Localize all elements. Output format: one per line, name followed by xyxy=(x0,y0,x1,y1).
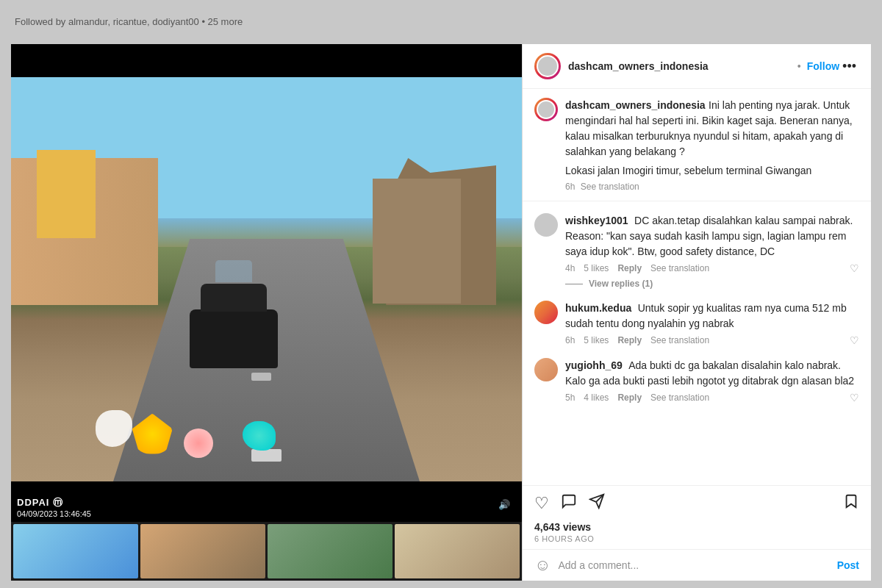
comment-username[interactable]: wishkey1001 xyxy=(565,215,628,226)
comment-avatar-hukum-kedua xyxy=(534,301,558,324)
thumbnail-1[interactable] xyxy=(13,524,138,578)
actions-bar: ♡ xyxy=(523,485,871,521)
view-replies-text: View replies (1) xyxy=(589,279,653,289)
car-windshield xyxy=(215,260,252,282)
post-author-avatar xyxy=(534,53,561,79)
comment-text-block: hukum.kedua Untuk sopir yg kualitas ram … xyxy=(565,301,859,331)
views-count: 4,643 views xyxy=(523,521,871,533)
post-author-username[interactable]: dashcam_owners_indonesia xyxy=(568,60,795,72)
comment-likes: 5 likes xyxy=(584,263,609,273)
see-translation-button[interactable]: See translation xyxy=(650,335,709,345)
like-button[interactable]: ♡ xyxy=(534,494,549,513)
followed-by-text: Followed by almandur, ricantue, dodiyant… xyxy=(15,16,243,27)
road-marking-2 xyxy=(251,373,272,381)
volume-icon[interactable]: 🔊 xyxy=(494,494,514,514)
storefront-sign xyxy=(37,150,96,238)
reply-button[interactable]: Reply xyxy=(617,263,642,273)
like-icon[interactable]: ♡ xyxy=(850,334,859,346)
comment-body-hukum-kedua: hukum.kedua Untuk sopir yg kualitas ram … xyxy=(565,301,859,346)
video-wrapper: DDPAI ⓜ 04/09/2023 13:46:45 🔊 xyxy=(11,44,522,522)
comments-panel: dashcam_owners_indonesia • Follow ••• da… xyxy=(522,44,871,581)
avatar-inner xyxy=(537,55,559,77)
comment-likes: 5 likes xyxy=(584,335,609,345)
see-translation-button[interactable]: See translation xyxy=(650,392,709,403)
road-marking xyxy=(251,449,282,462)
comment-time: 4h xyxy=(565,263,575,273)
dashcam-date: 04/09/2023 13:46:45 xyxy=(17,509,91,518)
post-comment-button[interactable]: Post xyxy=(837,559,859,571)
comments-list: wishkey1001 DC akan.tetap disalahkan kal… xyxy=(523,201,871,485)
reply-button[interactable]: Reply xyxy=(617,392,642,403)
post-time: 6 HOURS AGO xyxy=(523,533,871,549)
comment-time: 6h xyxy=(565,335,575,345)
main-container: DDPAI ⓜ 04/09/2023 13:46:45 🔊 dashcam_ow… xyxy=(11,44,871,581)
comment-item: wishkey1001 DC akan.tetap disalahkan kal… xyxy=(523,207,871,295)
caption-time: 6h See translation xyxy=(565,182,859,192)
like-icon[interactable]: ♡ xyxy=(850,392,859,404)
comment-body-wishkey1001: wishkey1001 DC akan.tetap disalahkan kal… xyxy=(565,213,859,289)
thumbnail-4[interactable] xyxy=(395,524,520,578)
comment-username[interactable]: yugiohh_69 xyxy=(565,359,623,371)
comment-button[interactable] xyxy=(561,493,577,514)
comment-meta: 6h 5 likes Reply See translation ♡ xyxy=(565,334,859,346)
dot-separator: • xyxy=(797,60,801,72)
building-right-2 xyxy=(373,179,461,304)
caption-location: Lokasi jalan Imogiri timur, sebelum term… xyxy=(565,165,811,176)
replies-line xyxy=(565,284,583,284)
comment-time: 5h xyxy=(565,392,575,403)
car-roof xyxy=(201,284,267,312)
share-button[interactable] xyxy=(589,493,605,514)
reply-button[interactable]: Reply xyxy=(617,335,642,345)
page-top-bar: Followed by almandur, ricantue, dodiyant… xyxy=(0,0,882,43)
view-replies-button[interactable]: View replies (1) xyxy=(565,279,859,289)
comment-input-area: ☺ Post xyxy=(523,549,871,581)
comment-body-yugiohh69: yugiohh_69 Ada bukti dc ga bakalan disal… xyxy=(565,358,859,404)
dashcam-watermark: DDPAI ⓜ 04/09/2023 13:46:45 xyxy=(17,496,91,518)
comment-item: hukum.kedua Untuk sopir yg kualitas ram … xyxy=(523,295,871,352)
avatar-icon xyxy=(538,57,557,76)
bottom-thumbnails xyxy=(11,522,522,581)
caption-author-avatar xyxy=(534,98,558,121)
see-translation-button[interactable]: See translation xyxy=(650,263,709,273)
bookmark-button[interactable] xyxy=(843,493,859,514)
video-panel: DDPAI ⓜ 04/09/2023 13:46:45 🔊 xyxy=(11,44,522,581)
emoji-button[interactable]: ☺ xyxy=(534,556,551,575)
like-icon[interactable]: ♡ xyxy=(850,262,859,274)
dashcam-brand: DDPAI ⓜ xyxy=(17,496,91,509)
caption-see-translation[interactable]: See translation xyxy=(581,182,639,192)
caption-username[interactable]: dashcam_owners_indonesia xyxy=(565,99,706,111)
comment-meta: 4h 5 likes Reply See translation ♡ xyxy=(565,262,859,274)
thumbnail-3[interactable] xyxy=(268,524,392,578)
post-header: dashcam_owners_indonesia • Follow ••• xyxy=(523,44,871,89)
comment-avatar-yugiohh69 xyxy=(534,358,558,381)
car-ahead xyxy=(190,309,278,368)
caption-area: dashcam_owners_indonesia Ini lah penting… xyxy=(523,89,871,201)
comment-likes: 4 likes xyxy=(584,392,609,403)
comment-item: yugiohh_69 Ada bukti dc ga bakalan disal… xyxy=(523,352,871,409)
follow-button[interactable]: Follow xyxy=(807,60,839,72)
comment-meta: 5h 4 likes Reply See translation ♡ xyxy=(565,392,859,404)
comment-username[interactable]: hukum.kedua xyxy=(565,302,631,314)
dashcam-scene xyxy=(11,77,522,481)
caption-text-area: dashcam_owners_indonesia Ini lah penting… xyxy=(565,98,859,192)
more-options-button[interactable]: ••• xyxy=(839,59,859,74)
comment-text-block: wishkey1001 DC akan.tetap disalahkan kal… xyxy=(565,213,859,259)
comment-avatar-wishkey1001 xyxy=(534,213,558,237)
caption-content: dashcam_owners_indonesia Ini lah penting… xyxy=(534,98,859,192)
comment-input[interactable] xyxy=(558,559,829,571)
thumbnail-2[interactable] xyxy=(140,524,265,578)
comment-text-block: yugiohh_69 Ada bukti dc ga bakalan disal… xyxy=(565,358,859,389)
